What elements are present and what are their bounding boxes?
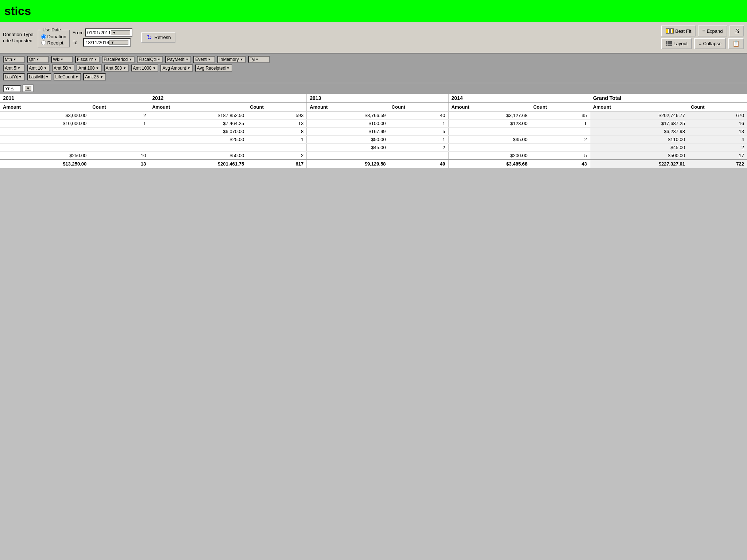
filter-combo-inmemory[interactable]: InMemory▼ [217, 56, 245, 63]
filter-combo-lastmth[interactable]: LastMth▼ [27, 73, 51, 81]
table-cell: $100.00 [307, 120, 389, 128]
table-cell: 13 [89, 160, 149, 168]
filter-arrow-LastMth[interactable]: ▼ [44, 75, 50, 79]
table-cell: 13 [688, 128, 747, 136]
to-date-combo[interactable]: 18/11/2014 ▼ [83, 38, 131, 47]
filter-arrow-Amt 50[interactable]: ▼ [67, 66, 73, 70]
filter-arrow-Qtr[interactable]: ▼ [35, 58, 40, 61]
filter-arrow-FiscalPeriod[interactable]: ▼ [128, 58, 133, 61]
donation-radio-item[interactable]: Donation [41, 34, 66, 39]
table-cell: $50.00 [307, 136, 389, 144]
best-fit-label: Best Fit [675, 28, 691, 34]
filter-combo-amt50[interactable]: Amt 50▼ [52, 65, 74, 72]
table-cell: $500.00 [590, 152, 688, 160]
year-2014-header: 2014 [448, 94, 590, 103]
filter-combo-fiscalqtr[interactable]: FiscalQtr▼ [137, 56, 163, 63]
filter-arrow-Amt 100[interactable]: ▼ [95, 66, 100, 70]
table-cell: $201,461.75 [149, 160, 247, 168]
table-cell [0, 136, 89, 144]
filter-combo-lifecount[interactable]: LifeCount▼ [54, 73, 81, 81]
filter-combo-avgamount[interactable]: Avg Amount▼ [160, 65, 193, 72]
table-cell: 2 [530, 136, 590, 144]
sort-combo[interactable]: Yr △ [3, 85, 21, 92]
sort-arrow-btn[interactable]: ▼ [23, 85, 34, 92]
col-amount-2014: Amount [448, 103, 530, 112]
filter-combo-fiscalperiod[interactable]: FiscalPeriod▼ [102, 56, 135, 63]
expand-icon [702, 28, 705, 34]
col-count-2013: Count [389, 103, 448, 112]
refresh-button[interactable]: ↻ Refresh [141, 32, 175, 43]
table-row: $13,250.0013$201,461.75617$9,129.5849$3,… [0, 160, 747, 168]
year-2013-header: 2013 [307, 94, 448, 103]
collapse-label: Collapse [703, 41, 721, 46]
filter-arrow-PayMeth[interactable]: ▼ [185, 58, 190, 61]
filter-arrow-FiscalQtr[interactable]: ▼ [156, 58, 161, 61]
to-date-arrow[interactable]: ▼ [109, 40, 128, 45]
table-cell: 5 [389, 128, 448, 136]
filter-arrow-Event[interactable]: ▼ [206, 58, 212, 61]
filter-combo-lastyr[interactable]: LastYr▼ [3, 73, 25, 81]
layout-button[interactable]: Layout [661, 38, 692, 49]
col-count-2014: Count [530, 103, 590, 112]
best-fit-button[interactable]: Best Fit [661, 26, 696, 36]
filter-arrow-LastYr[interactable]: ▼ [18, 75, 23, 79]
filter-combo-qtr[interactable]: Qtr▼ [27, 56, 49, 63]
filter-arrow-Mth[interactable]: ▼ [12, 58, 17, 61]
toolbar-top-right: Best Fit Expand 🖨 [661, 26, 744, 36]
filter-arrow-Avg Amount[interactable]: ▼ [186, 66, 191, 70]
table-cell: $6,237.98 [590, 128, 688, 136]
filter-arrow-FiscalYr[interactable]: ▼ [93, 58, 98, 61]
refresh-label: Refresh [154, 35, 171, 40]
filter-combo-amt10[interactable]: Amt 10▼ [27, 65, 50, 72]
filter-arrow-Amt 500[interactable]: ▼ [122, 66, 127, 70]
collapse-button[interactable]: Collapse [694, 38, 726, 49]
filter-arrow-LifeCount[interactable]: ▼ [74, 75, 79, 79]
from-date-combo[interactable]: 01/01/2011 ▼ [85, 28, 132, 37]
table-cell: 8 [247, 128, 306, 136]
export-button[interactable]: 📋 [728, 38, 744, 49]
filter-arrow-Ty[interactable]: ▼ [254, 58, 259, 61]
print-icon: 🖨 [734, 28, 740, 34]
filter-arrow-InMemory[interactable]: ▼ [239, 58, 244, 61]
receipt-radio[interactable] [41, 40, 46, 45]
donation-radio[interactable] [41, 34, 46, 39]
filter-combo-fiscalyr[interactable]: FiscalYr▼ [75, 56, 100, 63]
table-cell: $202,746.77 [590, 112, 688, 120]
filter-combo-event[interactable]: Event▼ [193, 56, 215, 63]
filter-arrow-Wk[interactable]: ▼ [59, 58, 64, 61]
filter-combo-amt25[interactable]: Amt 25▼ [83, 73, 106, 81]
table-cell: $50.00 [149, 152, 247, 160]
table-cell: $250.00 [0, 152, 89, 160]
filter-arrow-Amt 10[interactable]: ▼ [43, 66, 48, 70]
filter-arrow-Amt 1000[interactable]: ▼ [152, 66, 157, 70]
receipt-radio-item[interactable]: Receipt [41, 40, 66, 46]
filter-combo-amt1000[interactable]: Amt 1000▼ [131, 65, 158, 72]
collapse-icon [698, 41, 701, 47]
filter-combo-amt100[interactable]: Amt 100▼ [77, 65, 102, 72]
filter-toolbar: Mth▼Qtr▼Wk▼FiscalYr▼FiscalPeriod▼FiscalQ… [0, 54, 747, 83]
table-cell: 2 [89, 112, 149, 120]
table-cell: 40 [389, 112, 448, 120]
from-date-arrow[interactable]: ▼ [111, 30, 130, 35]
table-wrapper: 2011 2012 2013 2014 Grand Total Amount C… [0, 94, 747, 168]
best-fit-icon [666, 28, 674, 34]
filter-arrow-Avg Receipted[interactable]: ▼ [225, 66, 231, 70]
from-row: From 01/01/2011 ▼ [73, 28, 132, 37]
layout-label: Layout [673, 41, 688, 46]
print-button[interactable]: 🖨 [729, 26, 744, 36]
table-cell: $3,000.00 [0, 112, 89, 120]
filter-arrow-Amt 25[interactable]: ▼ [99, 75, 104, 79]
filter-combo-wk[interactable]: Wk▼ [51, 56, 73, 63]
filter-arrow-Amt 5[interactable]: ▼ [16, 66, 21, 70]
filter-combo-avgreceipted[interactable]: Avg Receipted▼ [195, 65, 232, 72]
year-2011-header: 2011 [0, 94, 149, 103]
filter-combo-ty[interactable]: Ty▼ [248, 56, 270, 63]
filter-combo-amt500[interactable]: Amt 500▼ [104, 65, 129, 72]
to-row: To 18/11/2014 ▼ [73, 38, 132, 47]
filter-combo-paymeth[interactable]: PayMeth▼ [165, 56, 191, 63]
table-cell: 10 [89, 152, 149, 160]
refresh-icon: ↻ [146, 35, 153, 40]
filter-combo-amt5[interactable]: Amt 5▼ [3, 65, 25, 72]
filter-combo-mth[interactable]: Mth▼ [3, 56, 25, 63]
expand-button[interactable]: Expand [698, 26, 727, 36]
